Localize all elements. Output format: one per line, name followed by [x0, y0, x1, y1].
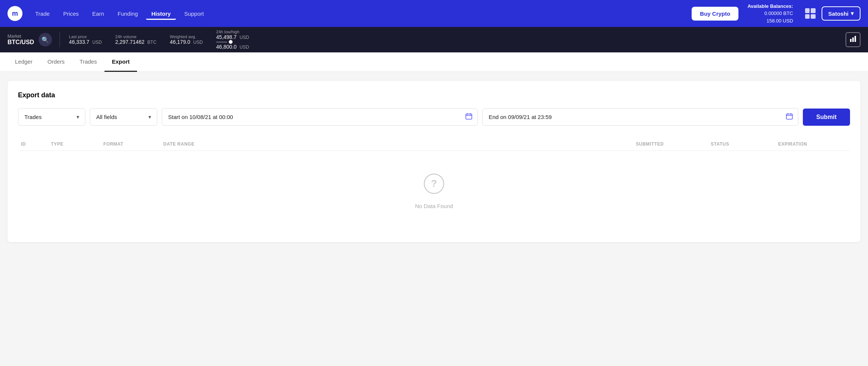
- grid-view-icon[interactable]: [805, 8, 816, 19]
- tab-ledger[interactable]: Ledger: [7, 52, 40, 72]
- export-controls: Trades ▼ All fields ▼: [18, 108, 850, 126]
- last-price-label: Last price: [69, 34, 102, 39]
- col-type: TYPE: [48, 141, 100, 147]
- volume-label: 24h volume: [115, 34, 157, 39]
- export-card: Export data Trades ▼ All fields ▼: [7, 81, 861, 242]
- top-navigation: m Trade Prices Earn Funding History Supp…: [0, 0, 868, 27]
- nav-support[interactable]: Support: [179, 7, 209, 20]
- tab-trades[interactable]: Trades: [72, 52, 104, 72]
- market-divider: [60, 32, 60, 47]
- market-label: Market: [7, 34, 34, 39]
- submit-button[interactable]: Submit: [803, 109, 850, 126]
- nav-funding[interactable]: Funding: [112, 7, 143, 20]
- balance-btc: 0.00000 BTC: [747, 10, 793, 17]
- balance-usd: 158.00 USD: [747, 17, 793, 25]
- volume-value: 2,297.71462 BTC: [115, 39, 157, 45]
- col-id: ID: [18, 141, 48, 147]
- bar-chart-icon: [849, 35, 857, 44]
- table-header: ID TYPE FORMAT DATE RANGE SUBMITTED STAT…: [18, 138, 850, 151]
- tab-orders[interactable]: Orders: [40, 52, 72, 72]
- logo-text: m: [12, 10, 18, 18]
- last-price-stat: Last price 46,333.7 USD: [69, 34, 102, 45]
- buy-crypto-button[interactable]: Buy Crypto: [692, 7, 738, 21]
- search-icon: 🔍: [42, 36, 49, 43]
- market-bar: Market BTC/USD 🔍 Last price 46,333.7 USD…: [0, 27, 868, 52]
- nav-earn[interactable]: Earn: [87, 7, 109, 20]
- user-menu-button[interactable]: Satoshi ▾: [822, 6, 861, 21]
- svg-rect-2: [855, 36, 856, 42]
- svg-text:?: ?: [431, 178, 437, 189]
- chevron-down-icon: ▾: [851, 10, 854, 17]
- weighted-label: Weighted avg.: [170, 34, 203, 39]
- col-expiration: EXPIRATION: [775, 141, 850, 147]
- user-name: Satoshi: [828, 10, 849, 17]
- no-data-section: ? No Data Found: [18, 151, 850, 232]
- start-date-input[interactable]: [162, 108, 478, 126]
- svg-rect-0: [850, 39, 852, 42]
- volume-stat: 24h volume 2,297.71462 BTC: [115, 34, 157, 45]
- market-name: BTC/USD: [7, 39, 34, 46]
- weighted-avg-stat: Weighted avg. 46,179.0 USD: [170, 34, 203, 45]
- history-tabs: Ledger Orders Trades Export: [0, 52, 868, 72]
- main-content: Export data Trades ▼ All fields ▼: [0, 72, 868, 251]
- lowhigh-label: 24h low/high: [216, 30, 249, 34]
- nav-trade[interactable]: Trade: [30, 7, 55, 20]
- svg-rect-1: [852, 37, 854, 42]
- col-date-range: DATE RANGE: [160, 141, 633, 147]
- tab-export[interactable]: Export: [104, 52, 137, 72]
- nav-prices[interactable]: Prices: [58, 7, 84, 20]
- end-date-input[interactable]: [482, 108, 798, 126]
- balance-label: Available Balances:: [747, 3, 793, 10]
- start-date-wrap: [162, 108, 478, 126]
- no-data-text: No Data Found: [415, 203, 453, 209]
- last-price-value: 46,333.7 USD: [69, 39, 102, 45]
- fields-select-wrap: All fields ▼: [90, 108, 157, 126]
- market-search-button[interactable]: 🔍: [39, 33, 52, 46]
- type-select[interactable]: Trades: [18, 108, 85, 126]
- nav-history[interactable]: History: [146, 7, 176, 20]
- export-title: Export data: [18, 91, 850, 99]
- lowhigh-value: 45,498.7 USD 46,800.0 USD: [216, 34, 249, 50]
- weighted-value: 46,179.0 USD: [170, 39, 203, 45]
- col-submitted: SUBMITTED: [633, 141, 708, 147]
- type-select-wrap: Trades ▼: [18, 108, 85, 126]
- low-high-stat: 24h low/high 45,498.7 USD 46,800.0 USD: [216, 30, 249, 50]
- end-date-wrap: [482, 108, 798, 126]
- market-info: Market BTC/USD: [7, 34, 34, 46]
- fields-select[interactable]: All fields: [90, 108, 157, 126]
- logo[interactable]: m: [7, 6, 22, 21]
- balance-display: Available Balances: 0.00000 BTC 158.00 U…: [747, 3, 793, 25]
- col-format: FORMAT: [100, 141, 160, 147]
- no-data-icon: ?: [424, 173, 444, 198]
- range-slider: [216, 40, 246, 44]
- chart-toggle-button[interactable]: [846, 32, 861, 47]
- col-status: STATUS: [708, 141, 775, 147]
